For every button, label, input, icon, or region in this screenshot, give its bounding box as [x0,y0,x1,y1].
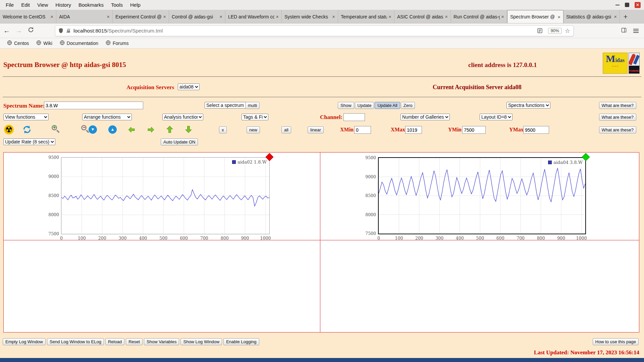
xmax-input[interactable] [405,126,422,134]
bookmark-wiki[interactable]: Wiki [33,40,56,46]
menu-file[interactable]: File [2,2,17,8]
x-axis-tick-label: 100 [73,236,90,241]
tracking-protection-shield-icon[interactable] [58,28,63,34]
tab-close-icon[interactable]: × [388,14,391,19]
auto-update-button[interactable]: Auto Update ON [161,138,198,145]
reader-mode-icon[interactable] [537,28,542,33]
url-bar[interactable]: localhost:8015/Spectrum/Spectrum.tml 90%… [55,25,574,36]
tab-close-icon[interactable]: × [557,14,560,20]
tab-led-and-waveform-con[interactable]: LED and Waveform con× [225,10,282,23]
spectrum-plot-aida04[interactable]: aida04 3.8.W [378,157,586,234]
spectrum-name-input[interactable] [44,102,143,109]
what-are-these-button-3[interactable]: What are these? [599,126,636,133]
tags-fits-dropdown[interactable]: Tags & Fits [241,114,268,120]
update-rate-dropdown[interactable]: Update Rate (8 secs) [3,138,55,145]
menu-edit[interactable]: Edit [17,2,34,8]
tab-aida[interactable]: AIDA× [56,10,113,23]
select-a-spectrum-dropdown[interactable]: Select a spectrum [205,102,250,109]
new-button[interactable]: new [247,126,260,133]
new-tab-button[interactable]: + [620,10,631,23]
move-down-icon[interactable] [184,125,193,135]
what-are-these-button-1[interactable]: What are these? [599,102,636,109]
move-up-icon[interactable] [165,125,174,135]
view-functions-dropdown[interactable]: View functions [3,114,49,120]
zoom-in-icon[interactable]: + [51,125,60,134]
analysis-functions-dropdown[interactable]: Analysis functions [162,114,203,120]
all-button[interactable]: all [281,126,291,133]
show-button[interactable]: Show [338,102,354,109]
menu-history[interactable]: History [52,2,75,8]
forward-icon[interactable]: → [13,27,24,35]
what-are-these-button-2[interactable]: What are these? [599,114,636,121]
app-menu-icon[interactable] [633,29,639,33]
reset-button[interactable]: Reset [126,338,143,345]
enable-logging-button[interactable]: Enable Logging [223,338,259,345]
arrange-functions-dropdown[interactable]: Arrange functions [82,114,132,120]
channel-input[interactable] [343,113,365,121]
tab-close-icon[interactable]: × [107,14,110,19]
client-address: client address is 127.0.0.1 [468,61,537,69]
move-left-icon[interactable] [126,126,137,135]
menu-help[interactable]: Help [126,2,144,8]
number-of-galleries-dropdown[interactable]: Number of Galleries [400,114,450,120]
tab-run-control-aidas-g[interactable]: Run Control @ aidas-g× [451,10,507,23]
move-right-icon[interactable] [146,126,156,135]
page-title: Spectrum Browser @ http aidas-gsi 8015 [3,61,126,69]
tab-close-icon[interactable]: × [501,14,504,19]
close-window-icon[interactable]: ✕ [635,2,641,8]
tab-system-wide-checks[interactable]: System wide Checks× [282,10,338,23]
layout-id-dropdown[interactable]: Layout ID=8 [480,114,513,120]
back-icon[interactable]: ← [1,27,12,35]
tab-close-icon[interactable]: × [332,14,335,19]
how-to-use-button[interactable]: How to use this page [593,338,639,345]
menu-view[interactable]: View [34,2,52,8]
bookmark-centos[interactable]: Centos [3,40,33,46]
empty-log-window-button[interactable]: Empty Log Window [3,338,46,345]
menu-tools[interactable]: Tools [107,2,126,8]
xmin-input[interactable] [354,126,371,134]
show-variables-button[interactable]: Show Variables [144,338,179,345]
tab-close-icon[interactable]: × [276,14,279,19]
tab-asic-control-aidas-g[interactable]: ASIC Control @ aidas-g× [394,10,451,23]
radiation-icon[interactable]: ☢ [4,125,14,134]
update-all-button[interactable]: Update All [375,102,400,109]
bookmark-forums[interactable]: Forums [102,40,132,46]
sidebar-toggle-icon[interactable] [621,27,627,34]
globe-icon [60,40,65,46]
tab-close-icon[interactable]: × [614,14,617,19]
tab-close-icon[interactable]: × [219,14,222,19]
tab-close-icon[interactable]: × [50,14,53,19]
update-button[interactable]: Update [355,102,374,109]
tab-statistics-aidas-gsi[interactable]: Statistics @ aidas-gsi× [564,10,620,23]
multi-button[interactable]: multi [245,102,260,109]
maximize-icon[interactable] [625,3,629,7]
tab-experiment-control-aidas[interactable]: Experiment Control @ aidas× [113,10,169,23]
connection-not-secure-icon[interactable] [66,28,71,34]
scroll-down-icon[interactable]: ▼ [89,125,97,134]
spectra-functions-dropdown[interactable]: Spectra functions [506,102,550,109]
refresh-cycle-icon[interactable] [22,125,32,135]
reload-icon[interactable] [25,27,36,35]
linear-button[interactable]: linear [308,126,324,133]
tab-welcome-to-centos[interactable]: Welcome to CentOS× [0,10,56,23]
tab-spectrum-browser-ai[interactable]: Spectrum Browser @ ai× [507,10,564,23]
show-log-window-button[interactable]: Show Log Window [180,338,222,345]
reload-button[interactable]: Reload [105,338,124,345]
bookmark-documentation[interactable]: Documentation [56,40,102,46]
zoom-level-badge[interactable]: 90% [548,28,562,34]
tab-close-icon[interactable]: × [445,14,448,19]
bookmark-star-icon[interactable]: ☆ [565,27,570,35]
tab-control-aidas-gsi[interactable]: Control @ aidas-gsi× [169,10,225,23]
menu-bookmarks[interactable]: Bookmarks [75,2,107,8]
tab-close-icon[interactable]: × [163,14,166,19]
send-log-window-to-elog-button[interactable]: Send Log Window to ELog [47,338,104,345]
spectrum-plot-aida02[interactable]: aida02 1.8.W [61,157,270,234]
tab-temperature-and-status[interactable]: Temperature and status× [338,10,394,23]
acquisition-server-select[interactable]: aida08 [178,83,200,90]
x-button[interactable]: x [219,126,227,133]
scroll-up-icon[interactable]: ▲ [108,125,117,134]
zero-button[interactable]: Zero [401,102,415,109]
minimize-icon[interactable] [615,5,620,5]
ymin-input[interactable] [462,126,486,134]
ymax-input[interactable] [523,126,549,134]
